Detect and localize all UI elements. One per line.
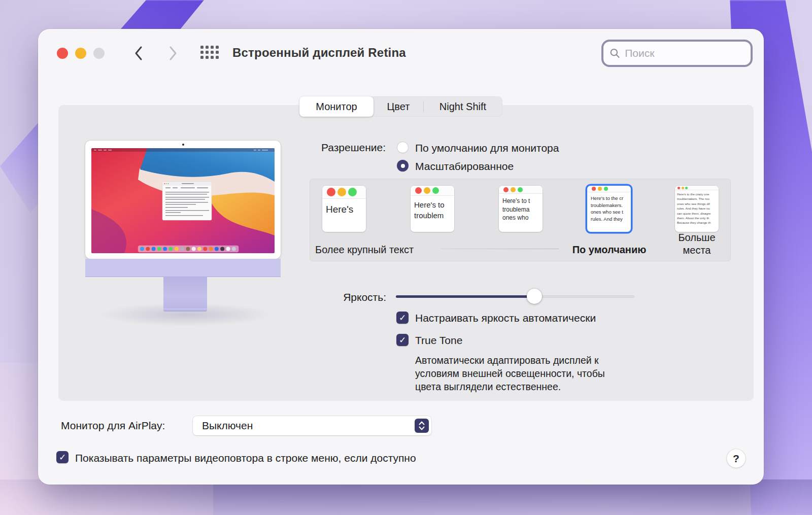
tab-color[interactable]: Цвет [374, 96, 423, 117]
mirroring-label[interactable]: Показывать параметры видеоповтора в стро… [75, 452, 416, 464]
radio-default-for-display[interactable] [397, 142, 409, 153]
mirroring-checkbox[interactable]: ✓ [56, 451, 69, 463]
radio-default-label[interactable]: По умолчанию для монитора [415, 142, 559, 154]
more-space-label-line2: места [675, 245, 719, 256]
imac-camera-dot [182, 144, 184, 146]
search-icon [610, 47, 620, 59]
default-label: По умолчанию [570, 244, 649, 256]
system-preferences-window: Встроенный дисплей Retina Монитор Цвет N… [38, 29, 764, 485]
true-tone-label[interactable]: True Tone [415, 334, 462, 347]
radio-scaled[interactable] [397, 160, 409, 171]
traffic-lights [57, 48, 105, 59]
tab-night-shift[interactable]: Night Shift [424, 96, 502, 117]
imac-stand [163, 277, 207, 308]
brightness-label: Яркость: [285, 291, 386, 303]
chevron-left-icon [134, 46, 143, 61]
search-input[interactable] [625, 47, 745, 59]
strip-divider-line [441, 249, 559, 249]
zoom-button[interactable] [93, 48, 105, 59]
imac-foot [163, 308, 207, 312]
mini-dock-icons [140, 247, 236, 251]
big-sur-wallpaper [91, 148, 275, 253]
resolution-option-5-more-space[interactable]: Here's to the crazy onetroublemakers. Th… [675, 186, 719, 232]
desktop-wallpaper: Встроенный дисплей Retina Монитор Цвет N… [0, 0, 812, 515]
airplay-value: Выключен [202, 420, 253, 432]
resolution-options-strip: Here's Here's totroublem Here's to ttrou… [310, 179, 731, 261]
brightness-slider-fill [396, 295, 534, 298]
chevron-right-icon [168, 46, 178, 61]
resolution-option-1[interactable]: Here's [322, 186, 366, 232]
larger-text-label: Более крупный текст [315, 244, 414, 256]
brightness-slider[interactable] [396, 295, 634, 298]
help-question-mark: ? [733, 453, 739, 465]
auto-brightness-label[interactable]: Настраивать яркость автоматически [415, 312, 596, 324]
airplay-dropdown[interactable]: Выключен [193, 416, 431, 435]
imac-screen [91, 148, 275, 253]
radio-scaled-label[interactable]: Масштабированное [415, 160, 514, 173]
mini-textedit-window [162, 182, 212, 220]
close-button[interactable] [57, 48, 68, 59]
true-tone-checkbox[interactable]: ✓ [396, 334, 409, 346]
more-space-label-line1: Больше [675, 232, 719, 244]
forward-button[interactable] [164, 44, 182, 62]
back-button[interactable] [129, 44, 148, 62]
auto-brightness-checkbox[interactable]: ✓ [396, 312, 409, 324]
imac-display-preview [85, 141, 281, 259]
search-field[interactable] [601, 40, 753, 67]
brightness-slider-thumb[interactable] [527, 289, 542, 304]
help-button[interactable]: ? [727, 449, 746, 468]
page-title: Встроенный дисплей Retina [232, 46, 406, 60]
true-tone-description: Автоматически адаптировать дисплей к усл… [415, 354, 628, 393]
resolution-option-2[interactable]: Here's totroublem [411, 186, 454, 232]
resolution-option-3[interactable]: Here's to ttroublemaones who [499, 186, 543, 232]
resolution-option-4-default[interactable]: Here's to the crtroublemakers.ones who s… [587, 186, 631, 232]
dropdown-stepper-icon [415, 419, 429, 433]
display-tabs: Монитор Цвет Night Shift [299, 96, 502, 117]
tab-monitor[interactable]: Монитор [299, 96, 374, 117]
imac-chin [85, 259, 281, 277]
airplay-label: Монитор для AirPlay: [61, 420, 165, 432]
show-all-grid-icon[interactable] [200, 46, 219, 59]
minimize-button[interactable] [75, 48, 86, 59]
resolution-label: Разрешение: [284, 142, 386, 154]
